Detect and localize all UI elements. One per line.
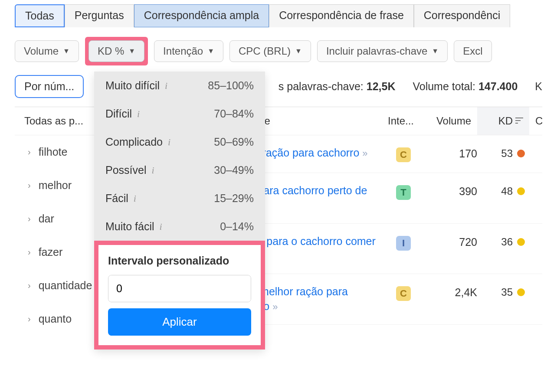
kd-dropdown: Muito difícili85–100%Difícili70–84%Compl… (94, 72, 265, 350)
chevron-down-icon: ▼ (432, 47, 439, 55)
sidebar-item-label: fazer (39, 246, 63, 258)
chevron-right-icon: › (28, 281, 31, 291)
kd-preset-range: 85–100% (208, 79, 254, 92)
info-icon[interactable]: i (134, 193, 136, 204)
volume-value: 390 (425, 183, 477, 198)
filter-excluir[interactable]: Excl (454, 40, 491, 62)
kd-preset-option[interactable]: Fácili15–29% (94, 184, 265, 212)
kd-value: 35 (501, 286, 513, 298)
info-icon[interactable]: i (160, 221, 162, 232)
filter-incluir-label: Incluir palavras-chave (326, 45, 427, 57)
kd-preset-label: Fácil (105, 192, 128, 205)
chevron-right-icon: › (28, 247, 31, 257)
summary-row: Por núm... s palavras-chave: 12,5K Volum… (0, 75, 557, 107)
double-chevron-icon[interactable]: » (272, 301, 278, 312)
chevron-right-icon: › (28, 180, 31, 190)
info-icon[interactable]: i (137, 108, 140, 120)
total-keywords-label: s palavras-chave: (278, 80, 367, 92)
filter-intencao-label: Intenção (163, 45, 203, 57)
volume-value: 2,4K (425, 284, 477, 299)
custom-range-box: Intervalo personalizado Aplicar (94, 241, 265, 350)
volume-value: 170 (425, 146, 477, 160)
col-kd-label: KD (498, 115, 513, 127)
sidebar-item-label: melhor (39, 179, 72, 192)
total-keywords: s palavras-chave: 12,5K (278, 80, 396, 93)
intent-badge: I (396, 236, 411, 251)
kd-preset-label: Muito fácil (105, 220, 154, 233)
kd-preset-label: Complicado (105, 136, 163, 148)
filters-row: Volume ▼ KD % ▼ Intenção ▼ CPC (BRL) ▼ I… (0, 27, 557, 75)
kd-preset-option[interactable]: Difícili70–84% (94, 100, 265, 128)
total-volume: Volume total: 147.400 (413, 80, 518, 93)
intent-badge: T (396, 185, 411, 200)
volume-value: 720 (425, 234, 477, 248)
chevron-right-icon: › (28, 214, 31, 224)
intent-badge: C (396, 147, 411, 162)
summary-tail: K (535, 80, 542, 93)
range-from-input[interactable] (108, 275, 251, 302)
kd-preset-option[interactable]: Muito fácili0–14% (94, 212, 265, 241)
tab-todas[interactable]: Todas (15, 4, 65, 27)
info-icon[interactable]: i (168, 137, 170, 148)
total-keywords-value: 12,5K (367, 80, 396, 92)
sidebar-item-label: quanto (39, 313, 72, 325)
tab-correspondencia-exata[interactable]: Correspondênci (414, 4, 511, 27)
filter-incluir[interactable]: Incluir palavras-chave ▼ (317, 40, 448, 62)
kd-value: 48 (501, 185, 513, 197)
custom-range-title: Intervalo personalizado (108, 255, 251, 267)
kd-difficulty-dot (517, 150, 525, 157)
filter-cpc[interactable]: CPC (BRL) ▼ (229, 40, 311, 62)
por-numero-pill[interactable]: Por núm... (15, 75, 84, 98)
info-icon[interactable]: i (165, 80, 167, 91)
filter-volume[interactable]: Volume ▼ (15, 40, 79, 62)
filter-kd[interactable]: KD % ▼ (88, 40, 144, 62)
kd-preset-option[interactable]: Complicadoi50–69% (94, 128, 265, 156)
col-volume[interactable]: Volume (425, 107, 477, 135)
filter-excluir-label: Excl (463, 45, 482, 57)
kd-difficulty-dot (517, 187, 525, 195)
chevron-down-icon: ▼ (128, 47, 135, 55)
kd-preset-option[interactable]: Possíveli30–49% (94, 156, 265, 184)
sort-desc-icon (515, 117, 523, 126)
sidebar-item-label: filhote (39, 146, 68, 158)
col-extra: C (529, 107, 542, 135)
filter-kd-label: KD % (98, 45, 124, 57)
tab-correspondencia-frase[interactable]: Correspondência de frase (269, 4, 414, 27)
chevron-right-icon: › (28, 314, 31, 324)
match-tabs: Todas Perguntas Correspondência ampla Co… (0, 0, 557, 27)
kd-value: 53 (501, 147, 513, 160)
col-intent[interactable]: Inte... (382, 107, 425, 135)
col-kd[interactable]: KD (477, 107, 529, 135)
chevron-down-icon: ▼ (295, 47, 302, 55)
kd-preset-range: 70–84% (214, 108, 254, 120)
tab-perguntas[interactable]: Perguntas (65, 4, 134, 27)
sidebar-item-label: quantidade (39, 279, 92, 292)
kd-preset-label: Muito difícil (105, 79, 160, 92)
kd-difficulty-dot (517, 288, 525, 296)
kd-preset-range: 30–49% (214, 164, 254, 176)
filter-volume-label: Volume (24, 45, 59, 57)
kd-preset-range: 50–69% (214, 136, 254, 148)
intent-badge: C (396, 286, 411, 301)
apply-button[interactable]: Aplicar (108, 308, 251, 336)
sidebar-item-label: dar (39, 212, 54, 225)
filter-intencao[interactable]: Intenção ▼ (154, 40, 223, 62)
tab-correspondencia-ampla[interactable]: Correspondência ampla (134, 4, 269, 27)
kd-preset-label: Possível (105, 164, 146, 176)
kd-difficulty-dot (517, 238, 525, 246)
chevron-down-icon: ▼ (207, 47, 214, 55)
info-icon[interactable]: i (151, 165, 154, 176)
double-chevron-icon[interactable]: » (362, 148, 367, 159)
chevron-down-icon: ▼ (63, 47, 70, 55)
kd-filter-highlight: KD % ▼ (85, 37, 148, 65)
filter-cpc-label: CPC (BRL) (239, 45, 291, 57)
total-volume-value: 147.400 (478, 80, 518, 92)
kd-preset-range: 15–29% (214, 192, 254, 205)
kd-preset-label: Difícil (105, 108, 132, 120)
total-volume-label: Volume total: (413, 80, 478, 92)
kd-preset-range: 0–14% (220, 220, 254, 233)
kd-value: 36 (501, 236, 513, 248)
kd-preset-option[interactable]: Muito difícili85–100% (94, 72, 265, 100)
custom-range-inputs (108, 275, 251, 302)
chevron-right-icon: › (28, 147, 31, 157)
